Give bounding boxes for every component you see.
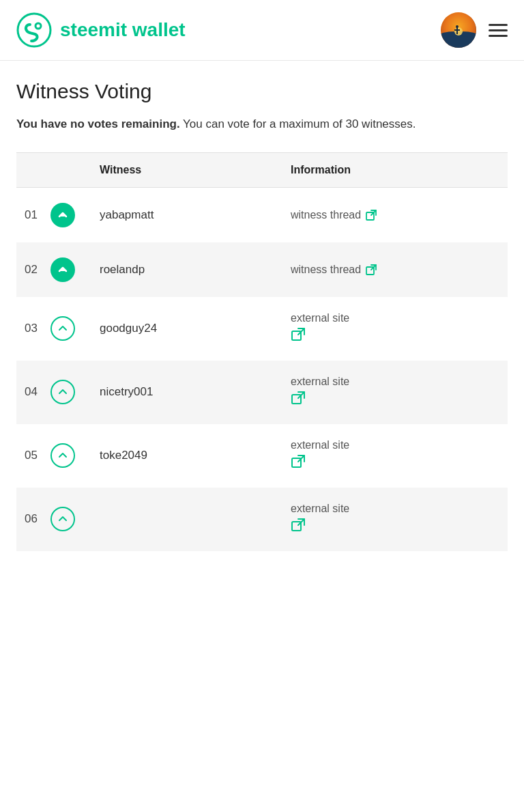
info-cell: external site [282, 361, 508, 424]
votes-info: You have no votes remaining. You can vot… [16, 115, 508, 133]
votes-rest: You can vote for a maximum of 30 witness… [180, 117, 416, 130]
rank-number: 01 [25, 208, 42, 222]
table-row: 04 nicetry001external site [16, 361, 508, 424]
external-site-label: external site [291, 312, 499, 324]
external-site-link[interactable] [291, 327, 499, 346]
external-info-cell: external site [291, 439, 499, 473]
rank-number: 04 [25, 385, 42, 399]
hamburger-menu[interactable] [489, 24, 508, 37]
witness-name-cell: yabapmatt [91, 187, 282, 242]
witness-name-cell: nicetry001 [91, 361, 282, 424]
rank-cell: 02 [16, 242, 91, 297]
external-link-icon [291, 327, 306, 342]
col-rank [16, 152, 91, 187]
witness-name: yabapmatt [100, 208, 154, 221]
app-header: steemit wallet [0, 0, 524, 61]
witness-table: Witness Information 01 yabapmattwitness … [16, 152, 508, 551]
rank-cell: 03 [16, 297, 91, 361]
witness-name-cell [91, 488, 282, 551]
main-content: Witness Voting You have no votes remaini… [0, 61, 524, 551]
table-row: 01 yabapmattwitness thread [16, 187, 508, 242]
witness-name-cell: toke2049 [91, 424, 282, 488]
witness-thread-link[interactable]: witness thread [291, 264, 499, 276]
table-row: 06 external site [16, 488, 508, 551]
info-cell: external site [282, 488, 508, 551]
info-cell: external site [282, 297, 508, 361]
vote-button-inactive[interactable] [50, 380, 75, 404]
vote-button-inactive[interactable] [50, 443, 75, 468]
svg-point-1 [35, 23, 41, 29]
external-site-label: external site [291, 439, 499, 451]
svg-point-7 [456, 25, 458, 28]
witness-name-cell: roelandp [91, 242, 282, 297]
witness-name: nicetry001 [100, 385, 153, 398]
external-site-link[interactable] [291, 391, 499, 409]
table-header-row: Witness Information [16, 152, 508, 187]
external-link-icon [365, 209, 377, 221]
logo-text: steemit wallet [60, 19, 186, 41]
logo: steemit wallet [16, 12, 186, 48]
info-cell: external site [282, 424, 508, 488]
rank-number: 03 [25, 322, 42, 335]
svg-point-5 [454, 27, 463, 36]
table-row: 02 roelandpwitness thread [16, 242, 508, 297]
external-info-cell: external site [291, 376, 499, 409]
rank-cell: 06 [16, 488, 91, 551]
header-right [441, 12, 508, 48]
vote-button-active[interactable] [50, 257, 75, 282]
witness-name: roelandp [100, 263, 145, 276]
witness-name-cell: goodguy24 [91, 297, 282, 361]
external-link-icon [365, 264, 377, 276]
rank-cell: 01 [16, 187, 91, 242]
col-witness: Witness [91, 152, 282, 187]
info-cell: witness thread [282, 187, 508, 242]
external-site-label: external site [291, 376, 499, 388]
col-information: Information [282, 152, 508, 187]
avatar[interactable] [441, 12, 476, 48]
vote-button-inactive[interactable] [50, 316, 75, 341]
external-link-icon [291, 518, 306, 533]
rank-number: 06 [25, 512, 42, 526]
external-link-icon [291, 391, 306, 406]
witness-thread-link[interactable]: witness thread [291, 209, 499, 221]
votes-bold: You have no votes remaining. [16, 117, 180, 130]
rank-number: 05 [25, 449, 42, 462]
external-site-link[interactable] [291, 454, 499, 473]
rank-cell: 04 [16, 361, 91, 424]
external-site-link[interactable] [291, 518, 499, 536]
external-info-cell: external site [291, 312, 499, 346]
info-cell: witness thread [282, 242, 508, 297]
rank-number: 02 [25, 263, 42, 277]
page-title: Witness Voting [16, 80, 508, 103]
witness-name: toke2049 [100, 449, 147, 462]
table-row: 05 toke2049external site [16, 424, 508, 488]
rank-cell: 05 [16, 424, 91, 488]
vote-button-active[interactable] [50, 203, 75, 227]
witness-name: goodguy24 [100, 322, 157, 335]
table-row: 03 goodguy24external site [16, 297, 508, 361]
external-link-icon [291, 454, 306, 469]
external-info-cell: external site [291, 503, 499, 536]
vote-button-inactive[interactable] [50, 507, 75, 531]
steemit-logo-icon [16, 12, 52, 48]
external-site-label: external site [291, 503, 499, 515]
